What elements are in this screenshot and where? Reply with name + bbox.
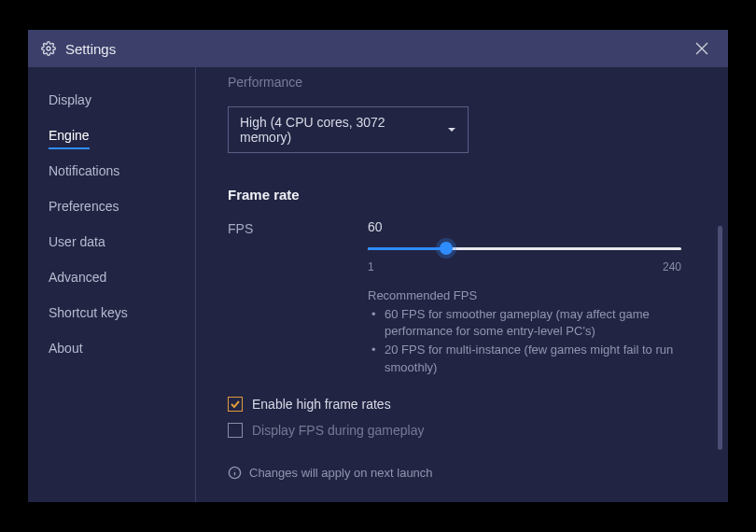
sidebar-item-shortcut-keys[interactable]: Shortcut keys bbox=[28, 295, 195, 330]
slider-track-fill bbox=[368, 247, 446, 250]
enable-high-fps-checkbox[interactable]: Enable high frame rates bbox=[228, 397, 696, 412]
sidebar-item-user-data[interactable]: User data bbox=[28, 224, 195, 259]
checkbox-icon bbox=[228, 423, 243, 438]
content-panel: Performance High (4 CPU cores, 3072 memo… bbox=[196, 67, 728, 502]
sidebar-item-engine[interactable]: Engine bbox=[28, 118, 195, 153]
info-text: Changes will apply on next launch bbox=[249, 466, 433, 480]
sidebar: Display Engine Notifications Preferences… bbox=[28, 67, 196, 502]
scrollbar[interactable] bbox=[718, 226, 722, 450]
checkbox-icon bbox=[228, 397, 243, 412]
titlebar: Settings bbox=[28, 30, 728, 67]
sidebar-item-display[interactable]: Display bbox=[28, 82, 195, 118]
body: Display Engine Notifications Preferences… bbox=[28, 67, 728, 502]
performance-dropdown-value: High (4 CPU cores, 3072 memory) bbox=[240, 115, 440, 145]
frame-rate-heading: Frame rate bbox=[228, 187, 696, 203]
recommended-fps: Recommended FPS 60 FPS for smoother game… bbox=[368, 288, 681, 376]
sidebar-item-about[interactable]: About bbox=[28, 330, 195, 366]
info-icon bbox=[228, 466, 242, 480]
fps-slider-area: 60 1 240 Recommended FPS 60 FPS for smoo… bbox=[368, 219, 696, 378]
fps-max: 240 bbox=[663, 260, 681, 273]
settings-window: Settings Display Engine Notifications Pr… bbox=[28, 30, 728, 502]
display-fps-label: Display FPS during gameplay bbox=[252, 423, 424, 438]
recommended-fps-item: 20 FPS for multi-instance (few games mig… bbox=[371, 342, 681, 375]
sidebar-item-advanced[interactable]: Advanced bbox=[28, 259, 195, 295]
fps-min: 1 bbox=[368, 260, 374, 273]
info-row: Changes will apply on next launch bbox=[228, 466, 696, 480]
gear-icon bbox=[41, 41, 56, 56]
close-button[interactable] bbox=[689, 35, 715, 62]
slider-limits: 1 240 bbox=[368, 260, 681, 273]
fps-row: FPS 60 1 240 Recommended FPS bbox=[228, 219, 696, 378]
fps-label: FPS bbox=[228, 219, 368, 378]
fps-value: 60 bbox=[368, 219, 681, 234]
slider-thumb[interactable] bbox=[440, 242, 453, 255]
recommended-fps-title: Recommended FPS bbox=[368, 288, 681, 302]
sidebar-item-notifications[interactable]: Notifications bbox=[28, 153, 195, 189]
enable-high-fps-label: Enable high frame rates bbox=[252, 397, 391, 412]
caret-down-icon bbox=[447, 125, 456, 134]
sidebar-item-preferences[interactable]: Preferences bbox=[28, 189, 195, 224]
recommended-fps-item: 60 FPS for smoother gameplay (may affect… bbox=[371, 306, 681, 340]
display-fps-checkbox[interactable]: Display FPS during gameplay bbox=[228, 423, 696, 438]
fps-slider[interactable] bbox=[368, 242, 681, 255]
performance-heading: Performance bbox=[228, 75, 696, 90]
window-title: Settings bbox=[65, 41, 116, 57]
performance-dropdown[interactable]: High (4 CPU cores, 3072 memory) bbox=[228, 106, 469, 153]
svg-point-0 bbox=[47, 47, 50, 50]
